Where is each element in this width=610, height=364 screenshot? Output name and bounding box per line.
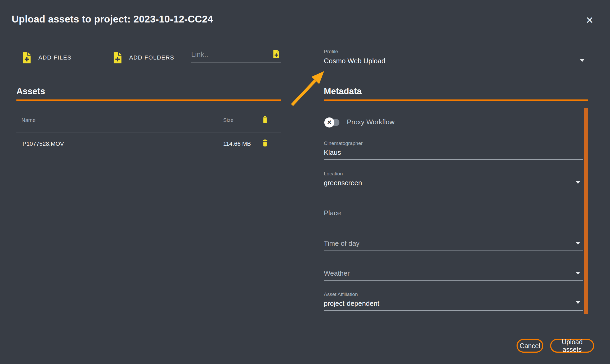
close-icon[interactable]: ✕ bbox=[582, 13, 597, 28]
metadata-heading-rule bbox=[324, 99, 588, 101]
delete-all-icon[interactable] bbox=[262, 116, 268, 123]
profile-select[interactable]: Profile Cosmo Web Upload bbox=[324, 49, 588, 68]
location-select[interactable]: Location greenscreen bbox=[324, 169, 583, 190]
chevron-down-icon bbox=[576, 181, 580, 184]
profile-value: Cosmo Web Upload bbox=[324, 57, 588, 65]
file-plus-icon bbox=[113, 52, 122, 64]
table-divider bbox=[16, 155, 281, 155]
location-value: greenscreen bbox=[324, 179, 583, 187]
file-plus-icon bbox=[22, 52, 31, 64]
link-field bbox=[191, 48, 281, 62]
upload-assets-button[interactable]: Upload assets bbox=[550, 339, 594, 353]
asset-affiliation-value: project-dependent bbox=[324, 299, 583, 307]
table-divider bbox=[16, 133, 281, 133]
chevron-down-icon bbox=[580, 59, 584, 62]
add-files-button[interactable]: ADD FILES bbox=[22, 52, 72, 64]
toggle-thumb-x-icon: ✕ bbox=[324, 117, 334, 128]
add-files-label: ADD FILES bbox=[38, 54, 72, 61]
asset-affiliation-select[interactable]: Asset Affiliation project-dependent bbox=[324, 290, 583, 311]
cinematographer-field[interactable]: Cinematographer Klaus bbox=[324, 139, 583, 160]
asset-size-cell: 114.66 MB bbox=[223, 140, 251, 147]
cancel-button[interactable]: Cancel bbox=[517, 339, 543, 353]
chevron-down-icon bbox=[576, 301, 580, 304]
cinematographer-value: Klaus bbox=[324, 148, 583, 156]
column-header-name: Name bbox=[21, 117, 35, 123]
asset-affiliation-label: Asset Affiliation bbox=[324, 292, 583, 297]
column-header-size: Size bbox=[223, 117, 234, 123]
link-input[interactable] bbox=[191, 48, 269, 60]
add-link-icon[interactable] bbox=[273, 49, 280, 58]
chevron-down-icon bbox=[576, 242, 580, 245]
profile-label: Profile bbox=[324, 49, 588, 54]
weather-placeholder: Weather bbox=[324, 269, 350, 277]
place-input[interactable] bbox=[324, 209, 562, 217]
assets-heading-rule bbox=[16, 99, 281, 101]
location-label: Location bbox=[324, 171, 583, 177]
chevron-down-icon bbox=[576, 272, 580, 275]
add-folders-button[interactable]: ADD FOLDERS bbox=[113, 52, 174, 64]
metadata-scrollbar[interactable] bbox=[584, 108, 588, 314]
time-of-day-select[interactable]: Time of day bbox=[324, 229, 583, 251]
delete-row-icon[interactable] bbox=[262, 139, 268, 147]
cinematographer-label: Cinematographer bbox=[324, 140, 583, 146]
weather-select[interactable]: Weather bbox=[324, 259, 583, 281]
time-of-day-placeholder: Time of day bbox=[324, 239, 360, 247]
page-title: Upload assets to project: 2023-10-12-CC2… bbox=[12, 14, 213, 25]
asset-name-cell: P1077528.MOV bbox=[23, 140, 64, 147]
header-divider bbox=[0, 36, 610, 36]
place-field bbox=[324, 198, 583, 220]
assets-heading: Assets bbox=[16, 86, 45, 96]
proxy-workflow-toggle[interactable]: ✕ bbox=[324, 117, 339, 128]
add-folders-label: ADD FOLDERS bbox=[129, 54, 174, 61]
proxy-workflow-label: Proxy Workflow bbox=[347, 118, 394, 126]
metadata-heading: Metadata bbox=[324, 86, 362, 96]
annotation-arrow bbox=[289, 68, 328, 108]
